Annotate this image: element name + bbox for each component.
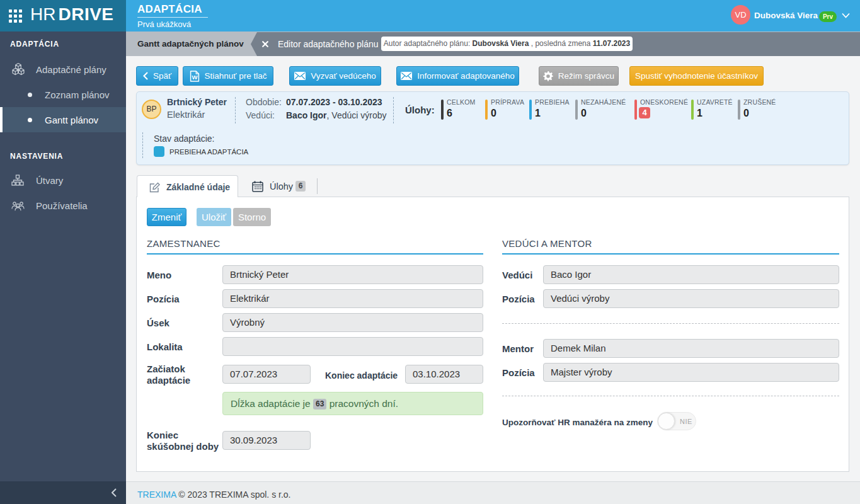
svg-text:W: W (192, 74, 197, 81)
